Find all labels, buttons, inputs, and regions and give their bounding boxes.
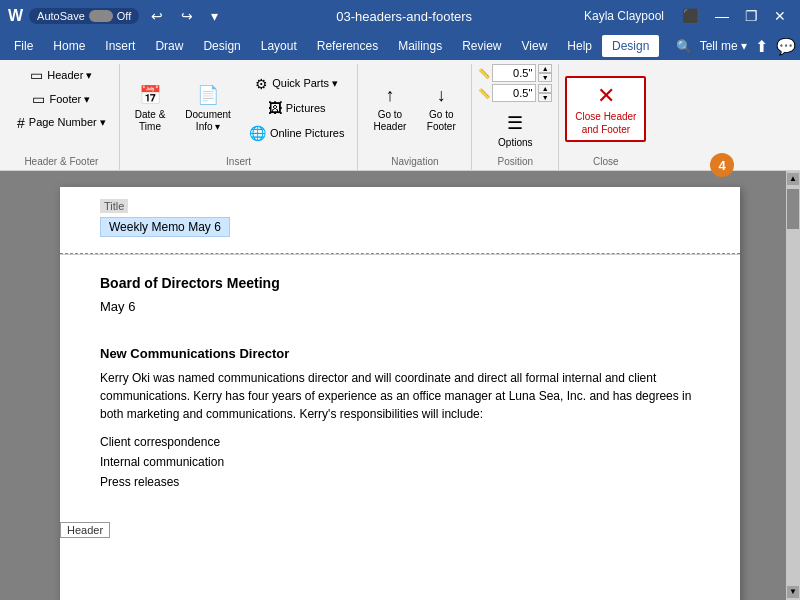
- step-badge: 4: [710, 153, 734, 177]
- ribbon-group-navigation: ↑ Go toHeader ↓ Go toFooter Navigation: [358, 64, 472, 170]
- ribbon-content: ▭ Header ▾ ▭ Footer ▾ # Page Number ▾ He…: [0, 60, 800, 170]
- doc-item-3: Press releases: [100, 475, 700, 489]
- header-pos-down[interactable]: ▼: [538, 73, 552, 82]
- share-icon[interactable]: ⬆: [755, 37, 768, 56]
- customize-button[interactable]: ▾: [205, 6, 224, 26]
- page-number-label: Page Number ▾: [29, 116, 106, 129]
- header-tag-container: Header: [60, 254, 740, 255]
- pictures-icon: 🖼: [268, 100, 282, 117]
- footer-pos-up[interactable]: ▲: [538, 84, 552, 93]
- autosave-state: Off: [117, 10, 131, 22]
- header-position-row: 📏 ▲ ▼: [478, 64, 552, 82]
- header-icon: ▭: [30, 67, 43, 84]
- document-info-button[interactable]: 📄 DocumentInfo ▾: [176, 80, 240, 138]
- menu-help[interactable]: Help: [557, 35, 602, 57]
- header-divider: [60, 254, 740, 255]
- menu-file[interactable]: File: [4, 35, 43, 57]
- user-name: Kayla Claypool: [584, 9, 664, 23]
- menu-draw[interactable]: Draw: [145, 35, 193, 57]
- menu-mailings[interactable]: Mailings: [388, 35, 452, 57]
- footer-pos-spinner[interactable]: ▲ ▼: [538, 84, 552, 102]
- header-pos-up[interactable]: ▲: [538, 64, 552, 73]
- title-bar-left: W AutoSave Off ↩ ↪ ▾: [8, 6, 224, 26]
- menu-design-active[interactable]: Design: [602, 35, 659, 57]
- minimize-button[interactable]: —: [709, 6, 735, 26]
- restore-button[interactable]: ❐: [739, 6, 764, 26]
- title-bar-right: Kayla Claypool ⬛ — ❐ ✕: [584, 6, 792, 26]
- footer-position-row: 📏 ▲ ▼: [478, 84, 552, 102]
- date-time-icon: 📅: [139, 85, 161, 107]
- options-label: Options: [498, 137, 532, 149]
- doc-area[interactable]: Title Weekly Memo May 6 Header Board of …: [0, 171, 800, 600]
- close-header-footer-button[interactable]: ✕ Close Headerand Footer: [565, 76, 646, 143]
- document-info-label: DocumentInfo ▾: [185, 109, 231, 133]
- vertical-scrollbar[interactable]: ▲ ▼: [786, 171, 800, 600]
- doc-paragraph: Kerry Oki was named communications direc…: [100, 369, 700, 423]
- position-group-label: Position: [478, 154, 552, 170]
- footer-position-input[interactable]: [492, 84, 536, 102]
- pictures-button[interactable]: 🖼 Pictures: [242, 97, 352, 120]
- autosave-toggle[interactable]: [89, 10, 113, 22]
- undo-button[interactable]: ↩: [145, 6, 169, 26]
- title-field-row: Title: [100, 199, 700, 213]
- go-to-footer-button[interactable]: ↓ Go toFooter: [417, 80, 465, 138]
- menu-design[interactable]: Design: [193, 35, 250, 57]
- close-hf-label: Close Headerand Footer: [575, 110, 636, 136]
- quick-parts-icon: ⚙: [255, 76, 268, 93]
- title-bar: W AutoSave Off ↩ ↪ ▾ 03-headers-and-foot…: [0, 0, 800, 32]
- title-bookmark: Title: [100, 199, 128, 213]
- document-title: 03-headers-and-footers: [224, 9, 584, 24]
- footer-button[interactable]: ▭ Footer ▾: [25, 88, 97, 111]
- ribbon-display-button[interactable]: ⬛: [676, 6, 705, 26]
- doc-item-1: Client correspondence: [100, 435, 700, 449]
- options-button[interactable]: ☰ Options: [489, 108, 541, 154]
- header-pos-label: 📏: [478, 68, 490, 79]
- navigation-group-label: Navigation: [364, 154, 465, 170]
- redo-button[interactable]: ↪: [175, 6, 199, 26]
- ribbon: ▭ Header ▾ ▭ Footer ▾ # Page Number ▾ He…: [0, 60, 800, 171]
- word-logo-icon: W: [8, 7, 23, 25]
- autosave-label: AutoSave: [37, 10, 85, 22]
- online-pictures-icon: 🌐: [249, 125, 266, 142]
- close-button[interactable]: ✕: [768, 6, 792, 26]
- menu-home[interactable]: Home: [43, 35, 95, 57]
- quick-parts-button[interactable]: ⚙ Quick Parts ▾: [242, 73, 352, 96]
- scroll-thumb[interactable]: [787, 189, 799, 229]
- tell-me-box[interactable]: Tell me ▾: [700, 39, 747, 53]
- ribbon-group-close: ✕ Close Headerand Footer Close: [559, 64, 652, 170]
- footer-label: Footer ▾: [49, 93, 90, 106]
- menu-layout[interactable]: Layout: [251, 35, 307, 57]
- menu-bar: File Home Insert Draw Design Layout Refe…: [0, 32, 800, 60]
- main-area: Title Weekly Memo May 6 Header Board of …: [0, 171, 800, 600]
- scroll-up-button[interactable]: ▲: [787, 173, 799, 185]
- online-pictures-button[interactable]: 🌐 Online Pictures: [242, 122, 352, 145]
- title-field-value: Weekly Memo May 6: [109, 220, 221, 234]
- insert-buttons: 📅 Date &Time 📄 DocumentInfo ▾ ⚙ Quick Pa…: [126, 64, 352, 154]
- menu-insert[interactable]: Insert: [95, 35, 145, 57]
- scroll-down-button[interactable]: ▼: [787, 586, 799, 598]
- header-position-input[interactable]: [492, 64, 536, 82]
- doc-body[interactable]: Board of Directors Meeting May 6 New Com…: [60, 255, 740, 515]
- title-field[interactable]: Weekly Memo May 6: [100, 217, 230, 237]
- footer-pos-label: 📏: [478, 88, 490, 99]
- position-controls: 📏 ▲ ▼ 📏 ▲ ▼ ☰ Opti: [478, 64, 552, 154]
- go-to-header-button[interactable]: ↑ Go toHeader: [364, 80, 415, 138]
- search-icon[interactable]: 🔍: [676, 39, 692, 54]
- header-pos-spinner[interactable]: ▲ ▼: [538, 64, 552, 82]
- title-text: 03-headers-and-footers: [336, 9, 472, 24]
- header-area[interactable]: Title Weekly Memo May 6: [60, 187, 740, 254]
- header-button[interactable]: ▭ Header ▾: [23, 64, 99, 87]
- menu-references[interactable]: References: [307, 35, 388, 57]
- comment-icon[interactable]: 💬: [776, 37, 796, 56]
- header-label: Header ▾: [47, 69, 92, 82]
- document-info-icon: 📄: [197, 85, 219, 107]
- close-hf-icon: ✕: [597, 82, 615, 111]
- menu-review[interactable]: Review: [452, 35, 511, 57]
- footer-pos-down[interactable]: ▼: [538, 93, 552, 102]
- spacer: [100, 330, 700, 346]
- menu-view[interactable]: View: [512, 35, 558, 57]
- date-time-button[interactable]: 📅 Date &Time: [126, 80, 175, 138]
- page-number-button[interactable]: # Page Number ▾: [10, 112, 113, 135]
- autosave-badge[interactable]: AutoSave Off: [29, 8, 139, 24]
- online-pictures-label: Online Pictures: [270, 127, 345, 140]
